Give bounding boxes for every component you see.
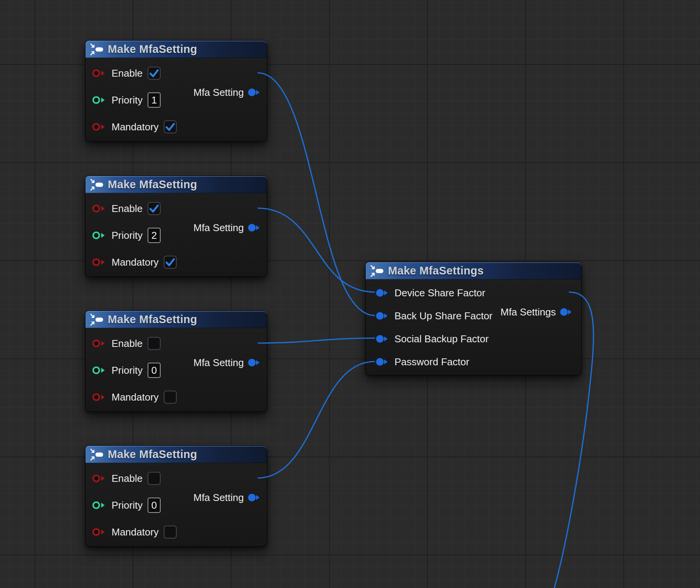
enable-pin-bool[interactable] — [92, 338, 107, 348]
priority-value-input[interactable]: 2 — [148, 228, 161, 243]
mfa-setting-output-label: Mfa Setting — [193, 222, 244, 234]
node-header: Make MfaSetting — [85, 176, 267, 193]
priority-pin-int[interactable] — [92, 500, 107, 510]
wire-node4-to-password-factor[interactable] — [258, 361, 375, 478]
pin-row-output: Mfa Setting — [193, 79, 262, 106]
enable-label: Enable — [112, 473, 143, 485]
mandatory-checkbox[interactable] — [164, 120, 177, 133]
mandatory-pin-bool[interactable] — [92, 257, 107, 267]
priority-label: Priority — [112, 94, 143, 106]
node-make-mfasetting-3[interactable]: Make MfaSetting Enable Priority 0 Mandat… — [85, 310, 267, 412]
priority-label: Priority — [112, 365, 143, 376]
enable-label: Enable — [112, 338, 143, 350]
pin-row-mandatory: Mandatory — [85, 519, 267, 545]
enable-pin-bool[interactable] — [92, 204, 107, 214]
node-make-mfasetting-1[interactable]: Make MfaSetting Enable Priority 1 Mandat… — [85, 40, 267, 141]
check-icon — [148, 67, 160, 79]
make-struct-icon — [90, 314, 104, 326]
wire-node3-to-social-backup-factor[interactable] — [258, 338, 375, 343]
node-title: Make MfaSettings — [388, 264, 484, 277]
check-icon — [148, 203, 160, 214]
enable-checkbox[interactable] — [148, 67, 161, 80]
enable-pin-bool[interactable] — [92, 68, 107, 78]
enable-pin-bool[interactable] — [92, 473, 107, 483]
wire-node2-to-device-share-factor[interactable] — [258, 208, 375, 292]
node-title: Make MfaSetting — [108, 43, 197, 56]
mandatory-label: Mandatory — [112, 121, 159, 133]
pin-row-output: Mfa Settings — [500, 301, 574, 324]
node-header: Make MfaSetting — [85, 41, 267, 58]
mandatory-checkbox[interactable] — [164, 256, 177, 269]
check-icon — [164, 121, 176, 133]
mandatory-label: Mandatory — [112, 256, 159, 268]
priority-pin-int[interactable] — [92, 95, 107, 105]
back-up-share-factor-label: Back Up Share Factor — [394, 310, 493, 322]
node-make-mfasetting-4[interactable]: Make MfaSetting Enable Priority 0 Mandat… — [85, 445, 267, 547]
password-factor-pin[interactable] — [376, 357, 390, 367]
make-struct-icon — [90, 179, 104, 191]
mandatory-checkbox[interactable] — [164, 391, 177, 404]
device-share-factor-label: Device Share Factor — [394, 287, 485, 299]
priority-label: Priority — [112, 499, 143, 511]
enable-checkbox[interactable] — [148, 337, 161, 350]
priority-pin-int[interactable] — [92, 365, 107, 375]
mfa-setting-output-label: Mfa Setting — [193, 492, 244, 504]
mfa-setting-output-pin[interactable] — [248, 223, 262, 233]
check-icon — [164, 256, 176, 268]
make-struct-icon — [90, 448, 104, 461]
mfa-settings-output-pin[interactable] — [560, 307, 574, 317]
mfa-setting-output-label: Mfa Setting — [193, 87, 244, 99]
mfa-setting-output-label: Mfa Setting — [193, 357, 244, 369]
mfa-setting-output-pin[interactable] — [248, 358, 262, 368]
make-struct-icon — [90, 43, 104, 56]
social-backup-factor-pin[interactable] — [376, 334, 390, 344]
mandatory-checkbox[interactable] — [164, 526, 177, 539]
mandatory-label: Mandatory — [112, 391, 159, 403]
pin-row-password-factor: Password Factor — [366, 350, 581, 373]
social-backup-factor-label: Social Backup Factor — [394, 333, 489, 345]
priority-pin-int[interactable] — [92, 230, 107, 240]
priority-value-input[interactable]: 0 — [148, 498, 161, 513]
priority-label: Priority — [112, 230, 143, 241]
mandatory-pin-bool[interactable] — [92, 392, 107, 402]
priority-value-input[interactable]: 1 — [148, 92, 161, 108]
password-factor-label: Password Factor — [394, 356, 469, 368]
node-title: Make MfaSetting — [108, 313, 197, 326]
pin-row-social-backup-factor: Social Backup Factor — [366, 327, 581, 350]
pin-row-mandatory: Mandatory — [85, 384, 267, 411]
node-title: Make MfaSetting — [108, 178, 197, 191]
pin-row-output: Mfa Setting — [193, 214, 262, 241]
pin-row-mandatory: Mandatory — [85, 113, 267, 140]
node-make-mfasettings[interactable]: Make MfaSettings Device Share Factor Bac… — [365, 262, 582, 375]
mfa-setting-output-pin[interactable] — [248, 493, 262, 503]
mfa-setting-output-pin[interactable] — [248, 87, 262, 97]
make-struct-icon — [370, 265, 384, 277]
priority-value-input[interactable]: 0 — [148, 363, 161, 378]
node-header: Make MfaSetting — [85, 311, 267, 328]
node-header: Make MfaSetting — [85, 446, 267, 463]
pin-row-output: Mfa Setting — [193, 484, 262, 511]
wire-node1-to-backup-share-factor[interactable] — [258, 73, 375, 315]
node-make-mfasetting-2[interactable]: Make MfaSetting Enable Priority 2 Mandat… — [85, 176, 267, 277]
device-share-factor-pin[interactable] — [376, 288, 390, 298]
node-header: Make MfaSettings — [366, 262, 581, 279]
pin-row-mandatory: Mandatory — [85, 249, 267, 276]
enable-label: Enable — [112, 203, 143, 215]
back-up-share-factor-pin[interactable] — [376, 311, 390, 321]
node-title: Make MfaSetting — [108, 448, 197, 461]
mandatory-pin-bool[interactable] — [92, 122, 107, 132]
enable-label: Enable — [112, 67, 143, 79]
mandatory-pin-bool[interactable] — [92, 527, 107, 537]
blueprint-graph-canvas[interactable]: { "colors": { "wire": "#1d6fd6", "pin-bo… — [0, 0, 700, 588]
enable-checkbox[interactable] — [148, 202, 161, 215]
mandatory-label: Mandatory — [112, 526, 159, 538]
enable-checkbox[interactable] — [148, 472, 161, 485]
mfa-settings-output-label: Mfa Settings — [500, 306, 556, 318]
pin-row-output: Mfa Setting — [193, 349, 262, 376]
